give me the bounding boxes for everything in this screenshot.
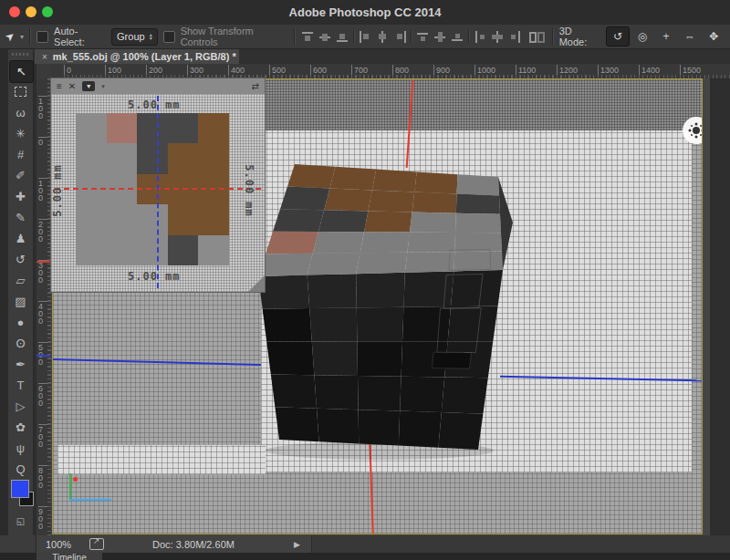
eraser-tool[interactable]: ▱ bbox=[9, 270, 32, 291]
cube-face-cell bbox=[405, 252, 454, 273]
dropdown-arrows-icon: ▴▾ bbox=[150, 33, 152, 40]
y-axis-widget[interactable] bbox=[69, 473, 71, 499]
pen-tool[interactable]: ✒ bbox=[9, 354, 32, 375]
dimension-label-bottom: 5.00 mm bbox=[128, 270, 181, 283]
distribute-left-edges-button[interactable] bbox=[474, 31, 487, 43]
v-ruler-label: 6 0 0 bbox=[38, 383, 47, 407]
x-axis-widget[interactable] bbox=[69, 499, 111, 501]
texture-cell bbox=[137, 235, 168, 265]
dock-strip bbox=[0, 49, 8, 560]
texture-cell bbox=[168, 204, 199, 234]
cube-face-cell bbox=[273, 209, 324, 232]
close-document-icon[interactable]: × bbox=[42, 52, 47, 62]
camera-caret-icon[interactable]: ▾ bbox=[101, 83, 105, 90]
secondary-view-panel[interactable]: ≡ ✕ ▼ ▾ ⇄ 5.00 mm 5.00 mm 5.00 mm 5.00 m… bbox=[50, 78, 266, 293]
distribute-spacing-button[interactable] bbox=[527, 31, 547, 43]
slide-3d-camera-button[interactable]: ⇔ bbox=[679, 27, 701, 46]
show-transform-checkbox[interactable] bbox=[163, 31, 175, 43]
pan-3d-camera-button[interactable]: + bbox=[655, 27, 677, 46]
cube-face-cell bbox=[357, 342, 402, 377]
align-left-edges-button[interactable] bbox=[359, 31, 372, 43]
cube-face-cell bbox=[399, 411, 442, 448]
dimension-label-left: 5.00 mm bbox=[51, 164, 64, 217]
timeline-tab[interactable]: Timeline bbox=[36, 553, 102, 560]
status-bar: 100% Doc: 3.80M/2.60M ▶ bbox=[36, 535, 730, 553]
share-icon[interactable] bbox=[89, 538, 104, 550]
blur-tool[interactable]: ● bbox=[9, 312, 32, 333]
distribute-top-edges-button[interactable] bbox=[416, 31, 430, 43]
close-icon[interactable]: ✕ bbox=[68, 81, 76, 91]
window-title: Adobe Photoshop CC 2014 bbox=[0, 5, 730, 19]
roll-3d-camera-button[interactable]: ◎ bbox=[631, 27, 653, 46]
distribute-horizontal-centers-button[interactable] bbox=[491, 31, 505, 43]
custom-shape-tool[interactable]: ✿ bbox=[9, 417, 32, 438]
cube-face-cell bbox=[271, 374, 317, 408]
cube-face-cell bbox=[358, 376, 402, 411]
eyedropper-tool[interactable]: ✐ bbox=[9, 165, 32, 186]
rectangular-marquee-tool[interactable] bbox=[9, 81, 32, 102]
distribute-right-edges-button[interactable] bbox=[508, 31, 522, 43]
align-buttons-group bbox=[301, 30, 522, 43]
auto-select-label: Auto-Select: bbox=[54, 26, 106, 47]
align-vertical-centers-button[interactable] bbox=[318, 31, 332, 43]
hand-tool[interactable]: ψ bbox=[9, 438, 32, 459]
z-axis-widget[interactable] bbox=[73, 477, 78, 482]
quick-mask-button[interactable]: ◱ bbox=[9, 513, 32, 529]
dodge-tool[interactable]: ʘ bbox=[9, 333, 32, 354]
distribute-bottom-edges-button[interactable] bbox=[451, 31, 464, 43]
auto-select-dropdown[interactable]: Group ▴▾ bbox=[111, 28, 158, 46]
foreground-color-swatch[interactable] bbox=[11, 480, 29, 498]
light-widget[interactable] bbox=[683, 117, 703, 144]
brush-tool[interactable]: ✎ bbox=[9, 207, 32, 228]
move-tool[interactable]: ↖ bbox=[9, 60, 34, 83]
cube-face-cell bbox=[451, 270, 503, 306]
cube-face-cell bbox=[324, 189, 372, 212]
v-ruler-label: 7 0 0 bbox=[38, 424, 47, 448]
3d-mode-label: 3D Mode: bbox=[559, 26, 600, 47]
h-ruler-label: 200 bbox=[146, 65, 162, 78]
camera-view-icon[interactable]: ▼ bbox=[82, 81, 95, 91]
zoom-level-field[interactable]: 100% bbox=[46, 539, 89, 550]
auto-select-checkbox[interactable] bbox=[36, 31, 48, 43]
tool-options-bar: ➤ ▾ Auto-Select: Group ▴▾ Show Transform… bbox=[0, 25, 730, 49]
lasso-tool[interactable]: ω bbox=[9, 102, 32, 123]
texture-cell bbox=[168, 113, 199, 143]
swap-view-icon[interactable]: ⇄ bbox=[252, 81, 259, 91]
panel-grip-icon[interactable] bbox=[12, 53, 28, 56]
align-top-edges-button[interactable] bbox=[301, 31, 315, 43]
cube-face-cell bbox=[457, 174, 499, 195]
clone-stamp-tool[interactable]: ♟ bbox=[9, 228, 32, 249]
align-horizontal-centers-button[interactable] bbox=[376, 31, 390, 43]
gradient-tool[interactable]: ▨ bbox=[9, 291, 32, 312]
distribute-vertical-centers-button[interactable] bbox=[433, 31, 447, 43]
path-selection-tool[interactable]: ▷ bbox=[9, 396, 32, 417]
cube-face-cell bbox=[368, 191, 414, 213]
document-tab[interactable]: × mk_555.obj @ 100% (Layer 1, RGB/8) * bbox=[35, 49, 239, 64]
magic-wand-tool[interactable]: ✳ bbox=[9, 123, 32, 144]
h-ruler-label: 0 bbox=[64, 65, 71, 78]
status-options-arrow[interactable]: ▶ bbox=[294, 540, 300, 549]
align-bottom-edges-button[interactable] bbox=[336, 31, 349, 43]
cube-face-cell bbox=[454, 252, 503, 272]
texture-cell bbox=[107, 235, 138, 265]
texture-cell bbox=[168, 143, 199, 173]
tool-preset-caret-icon[interactable]: ▾ bbox=[20, 33, 24, 41]
history-brush-tool[interactable]: ↺ bbox=[9, 249, 32, 270]
texture-cell bbox=[198, 235, 229, 265]
menu-icon[interactable]: ≡ bbox=[57, 81, 62, 91]
resize-corner-icon[interactable] bbox=[248, 275, 265, 292]
texture-cell bbox=[76, 235, 107, 265]
type-tool[interactable]: T bbox=[9, 375, 32, 396]
canvas-right-gutter bbox=[703, 78, 710, 535]
cube-face-cell bbox=[372, 170, 417, 192]
zoom-3d-camera-button[interactable]: ✥ bbox=[703, 27, 725, 46]
align-right-edges-button[interactable] bbox=[393, 31, 407, 43]
cube-face-cell bbox=[266, 342, 314, 376]
cube-face-cell bbox=[357, 307, 404, 342]
cube-face-cell bbox=[414, 171, 457, 193]
cube-face-cell bbox=[308, 253, 360, 275]
healing-brush-tool[interactable]: ✚ bbox=[9, 186, 32, 207]
crop-tool[interactable]: # bbox=[9, 144, 32, 165]
rotate-3d-camera-button[interactable]: ↺ bbox=[606, 26, 630, 47]
zoom-tool[interactable]: Q bbox=[9, 459, 32, 480]
